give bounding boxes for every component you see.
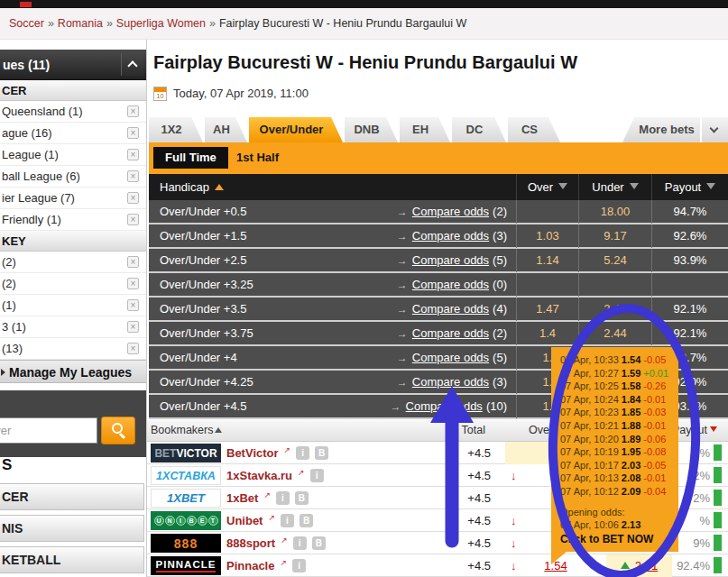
collapse-button[interactable] [121, 53, 143, 76]
sidebar-section-hockey[interactable]: KEY [0, 231, 146, 252]
under-sort-header[interactable]: Under [578, 174, 651, 200]
sidebar-league-item[interactable]: Friendly (1) [0, 209, 146, 231]
bet-now-link[interactable]: Click to BET NOW [560, 533, 678, 546]
more-bets-dropdown-button[interactable] [702, 117, 728, 142]
bonus-badge[interactable]: B [299, 514, 313, 527]
under-odds-link[interactable]: 2.31 [635, 559, 658, 572]
tab-ah[interactable]: AH [205, 117, 247, 142]
remove-icon[interactable] [127, 149, 139, 160]
compare-odds-link[interactable]: Compare odds [412, 229, 489, 243]
remove-icon[interactable] [127, 214, 139, 225]
remove-icon[interactable] [127, 256, 139, 268]
remove-icon[interactable] [127, 192, 139, 204]
under-odds: 2.46 [578, 298, 651, 321]
compare-count: (5) [493, 253, 507, 267]
odds-history-entry: 07 Apr, 10:231.85-0.03 [560, 406, 678, 419]
sidebar-league-item[interactable]: ague (16) [0, 123, 146, 144]
handicap-label: Over/Under +4 [160, 346, 237, 370]
info-badge[interactable]: i [281, 514, 294, 527]
sidebar-league-item[interactable]: (2) [0, 273, 146, 295]
breadcrumb-link-romania[interactable]: Romania [58, 17, 103, 30]
sidebar-league-item[interactable]: League (1) [0, 144, 146, 166]
1xstavka-logo[interactable]: 1XСТАВКА [151, 466, 221, 485]
compare-odds-link[interactable]: Compare odds [412, 302, 489, 316]
sidebar-league-item[interactable]: (1) [0, 295, 146, 316]
remove-icon[interactable] [127, 278, 139, 289]
remove-icon[interactable] [127, 299, 139, 311]
bookmaker-link[interactable]: 1xStavka.ru [226, 469, 292, 482]
league-label: (13) [2, 342, 23, 355]
sort-down-icon [558, 183, 567, 189]
manage-my-leagues-link[interactable]: Manage My Leagues [0, 360, 146, 383]
tab-1x2[interactable]: 1X2 [149, 117, 203, 142]
betvictor-logo[interactable]: BETVICTOR [151, 444, 221, 463]
bonus-badge[interactable]: B [312, 536, 326, 550]
compare-odds-link[interactable]: Compare odds [412, 351, 489, 364]
unibet-logo[interactable]: UNIBET [151, 511, 221, 530]
tab-eh[interactable]: EH [400, 117, 450, 142]
search-input[interactable] [0, 417, 97, 444]
sidebar-sport-soccer[interactable]: CER [0, 483, 144, 510]
sidebar-league-item[interactable]: ier League (7) [0, 188, 146, 209]
under-odds: 5.24 [578, 249, 651, 272]
tab-full-time[interactable]: Full Time [153, 147, 228, 169]
info-badge[interactable]: i [293, 536, 307, 550]
bookmaker-link[interactable]: 1xBet [226, 491, 258, 505]
under-odds [578, 273, 651, 297]
sidebar-sport-tennis[interactable]: NIS [0, 515, 144, 542]
over-sort-header[interactable]: Over [516, 174, 578, 200]
remove-icon[interactable] [127, 170, 139, 182]
bookmaker-link[interactable]: BetVictor [226, 446, 279, 460]
trend-down-icon [511, 509, 517, 532]
tab-over-under[interactable]: Over/Under [249, 117, 343, 142]
search-button[interactable] [101, 417, 135, 444]
compare-count: (10) [486, 399, 507, 413]
trend-up-icon [621, 562, 630, 569]
remove-icon[interactable] [127, 105, 139, 117]
compare-odds-link[interactable]: Compare odds [412, 375, 489, 389]
bonus-badge[interactable]: B [315, 446, 328, 460]
arrow-right-icon [397, 278, 412, 291]
breadcrumb-link-soccer[interactable]: Soccer [9, 17, 44, 30]
bookmaker-link[interactable]: Unibet [226, 514, 263, 527]
over-odds [516, 273, 578, 297]
bookmakers-sort-header[interactable]: Bookmakers [147, 420, 388, 441]
sidebar-sport-basketball[interactable]: KETBALL [0, 546, 144, 573]
remove-icon[interactable] [127, 321, 139, 333]
bookmaker-link[interactable]: 888sport [226, 536, 275, 550]
handicap-sort-header[interactable]: Handicap [149, 174, 516, 200]
tab-1st-half[interactable]: 1st Half [236, 147, 279, 169]
payout-sort-header[interactable]: Payout [651, 174, 728, 200]
info-badge[interactable]: i [276, 491, 290, 505]
tab-dc[interactable]: DC [452, 117, 506, 142]
pinnacle-logo[interactable]: PINNACLE [151, 556, 221, 575]
sidebar-league-item[interactable]: (2) [0, 252, 146, 273]
under-odds-cell[interactable]: 2.31 [606, 554, 672, 577]
info-badge[interactable]: i [292, 559, 306, 572]
sidebar-section-soccer[interactable]: CER [0, 80, 146, 101]
compare-odds-link[interactable]: Compare odds [412, 205, 489, 218]
compare-odds-link[interactable]: Compare odds [412, 253, 489, 267]
bonus-badge[interactable]: B [295, 491, 309, 505]
compare-odds-link[interactable]: Compare odds [412, 278, 489, 291]
sidebar-league-item[interactable]: Queensland (1) [0, 101, 146, 123]
my-leagues-header[interactable]: ues (11) [0, 50, 146, 80]
odds-history-entry: 07 Apr, 10:331.54-0.05 [560, 353, 678, 367]
sidebar-league-item[interactable]: ball League (6) [0, 166, 146, 188]
888sport-logo[interactable]: 888 [151, 534, 221, 553]
breadcrumb-link-superliga-women[interactable]: Superliga Women [116, 17, 206, 30]
info-badge[interactable]: i [310, 469, 324, 482]
handicap-label: Over/Under +1.5 [160, 224, 246, 248]
info-badge[interactable]: i [296, 446, 309, 460]
bookmaker-link[interactable]: Pinnacle [226, 559, 274, 572]
sidebar-league-item[interactable]: (13) [0, 338, 146, 360]
tab-more-bets[interactable]: More bets [622, 117, 700, 142]
sidebar-league-item[interactable]: 3 (1) [0, 316, 146, 338]
remove-icon[interactable] [127, 343, 139, 354]
tab-dnb[interactable]: DNB [345, 117, 398, 142]
1xbet-logo[interactable]: 1XBET [151, 489, 221, 508]
tab-cs[interactable]: CS [508, 117, 560, 142]
compare-odds-link[interactable]: Compare odds [406, 399, 483, 413]
compare-odds-link[interactable]: Compare odds [412, 326, 489, 340]
remove-icon[interactable] [127, 127, 139, 139]
